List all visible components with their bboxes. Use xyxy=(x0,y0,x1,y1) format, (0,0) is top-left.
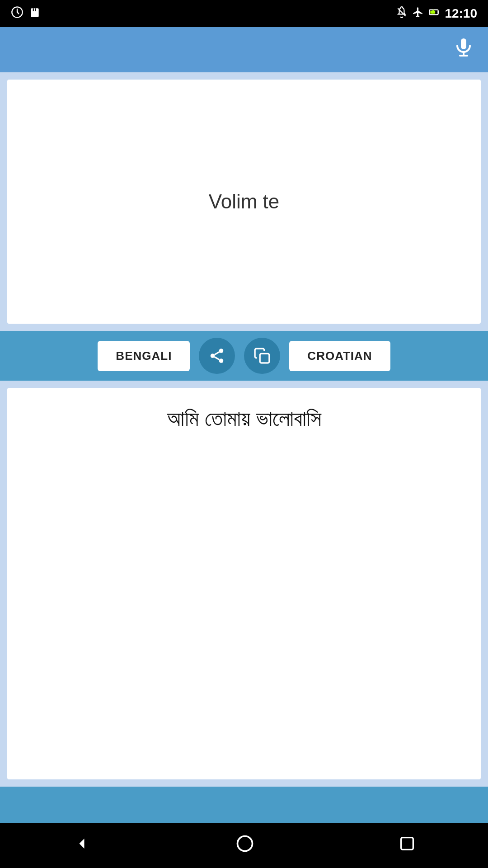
airplane-icon xyxy=(412,6,424,21)
svg-rect-2 xyxy=(33,8,34,11)
battery-icon xyxy=(428,6,440,21)
target-language-button[interactable]: BENGALI xyxy=(98,341,190,371)
language-bar: BENGALI CROATIAN xyxy=(0,331,488,381)
notification-off-icon xyxy=(396,6,408,21)
clock-icon xyxy=(11,6,23,21)
svg-rect-3 xyxy=(35,8,36,11)
svg-point-9 xyxy=(219,349,224,353)
app-header xyxy=(0,27,488,72)
svg-point-11 xyxy=(219,359,224,363)
main-content: Volim te BENGALI CROATIAN আমি তোমায় ভাল… xyxy=(0,72,488,823)
svg-rect-17 xyxy=(401,837,413,849)
share-icon xyxy=(208,347,225,364)
source-translation-box[interactable]: Volim te xyxy=(7,80,481,324)
svg-marker-15 xyxy=(79,839,84,849)
svg-rect-14 xyxy=(260,354,270,363)
sd-card-icon xyxy=(29,6,41,21)
source-translation-text: Volim te xyxy=(209,190,280,213)
status-bar-right: 12:10 xyxy=(396,6,477,21)
home-button[interactable] xyxy=(235,834,255,858)
svg-line-12 xyxy=(215,357,220,359)
recents-button[interactable] xyxy=(398,835,416,857)
status-time: 12:10 xyxy=(445,6,477,21)
svg-point-16 xyxy=(237,836,252,851)
nav-bar xyxy=(0,823,488,868)
target-translation-box[interactable]: আমি তোমায় ভালোবাসি xyxy=(7,388,481,779)
source-language-button[interactable]: CROATIAN xyxy=(289,341,390,371)
svg-line-13 xyxy=(215,352,220,354)
microphone-icon[interactable] xyxy=(453,37,474,63)
copy-button[interactable] xyxy=(244,338,280,374)
status-bar-left xyxy=(11,6,41,21)
status-bar: 12:10 xyxy=(0,0,488,27)
copy-icon xyxy=(253,347,271,364)
back-button[interactable] xyxy=(72,834,92,858)
target-translation-text: আমি তোমায় ভালোবাসি xyxy=(167,406,322,432)
svg-rect-6 xyxy=(461,38,466,49)
bottom-app-bar xyxy=(0,787,488,823)
svg-point-10 xyxy=(211,354,215,358)
share-button[interactable] xyxy=(199,338,235,374)
